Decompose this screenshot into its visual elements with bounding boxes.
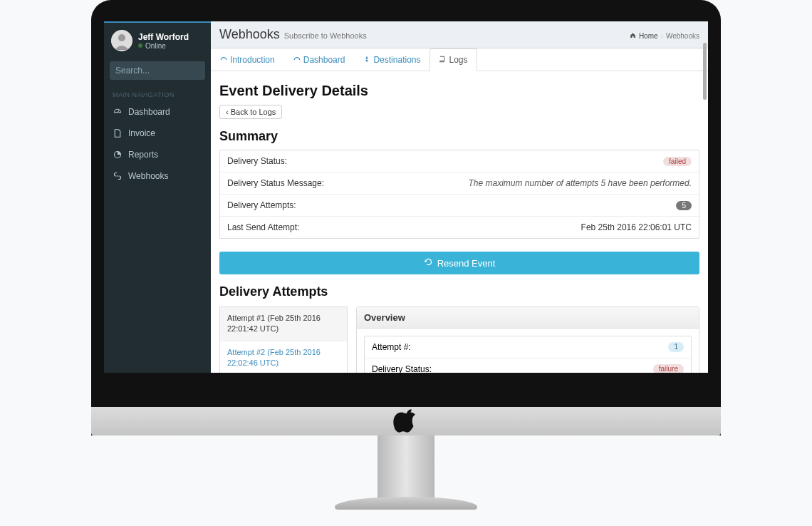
tachometer-icon [220, 55, 227, 65]
imac-stand [335, 435, 477, 510]
user-status: Online [138, 42, 189, 50]
sidebar-item-invoice[interactable]: Invoice [104, 123, 211, 144]
tab-logs[interactable]: Logs [430, 48, 477, 71]
stand-neck [378, 435, 434, 500]
attempt-num-badge: 1 [668, 342, 684, 352]
overview-panel: Overview Attempt #: 1 Delivery Status: f… [356, 306, 699, 373]
sidebar-item-label: Webhooks [128, 171, 168, 181]
summary-label: Delivery Status Message: [227, 178, 324, 188]
status-badge: failed [663, 157, 692, 166]
main: Webhooks Subscribe to Webhooks Home › We… [211, 21, 708, 373]
user-name: Jeff Worford [138, 32, 189, 42]
refresh-icon [424, 257, 433, 269]
sidebar-item-label: Reports [128, 150, 158, 160]
summary-row-attempts: Delivery Attempts: 5 [220, 195, 699, 217]
search-box[interactable] [110, 61, 205, 80]
tab-destinations[interactable]: Destinations [354, 48, 430, 71]
svg-point-1 [118, 34, 125, 41]
page-title: Webhooks [219, 27, 280, 42]
summary-value: The maximum number of attempts 5 have be… [469, 178, 692, 188]
resend-label: Resend Event [437, 258, 496, 269]
tab-label: Destinations [373, 55, 420, 65]
sidebar-item-webhooks[interactable]: Webhooks [104, 165, 211, 187]
breadcrumb: Home › Webhooks [630, 32, 699, 40]
resend-event-button[interactable]: Resend Event [219, 252, 699, 274]
tab-label: Introduction [230, 55, 275, 65]
stand-foot [335, 497, 477, 510]
content: Event Delivery Details ‹ Back to Logs Su… [211, 71, 708, 373]
page-subtitle: Subscribe to Webhooks [284, 31, 367, 40]
tachometer-icon [293, 55, 301, 65]
nav-header: MAIN NAVIGATION [104, 86, 211, 101]
overview-body: Attempt #: 1 Delivery Status: failure [357, 329, 699, 373]
summary-title: Summary [219, 129, 699, 144]
attempt-item[interactable]: Attempt #1 (Feb 25th 2016 22:01:42 UTC) [220, 307, 347, 341]
scrollbar-thumb[interactable] [703, 43, 707, 100]
dashboard-icon [113, 108, 123, 116]
user-block: Jeff Worford Online [104, 23, 211, 58]
sidebar-item-label: Invoice [128, 128, 155, 138]
attempts-title: Delivery Attempts [219, 284, 699, 299]
overview-title: Overview [357, 307, 699, 329]
attempts-wrap: Attempt #1 (Feb 25th 2016 22:01:42 UTC) … [219, 306, 699, 373]
summary-row-status: Delivery Status: failed [220, 150, 699, 172]
tab-label: Dashboard [303, 55, 345, 65]
avatar [111, 30, 132, 51]
breadcrumb-home[interactable]: Home [639, 32, 658, 40]
status-badge: failure [653, 364, 684, 373]
summary-label: Delivery Attempts: [227, 200, 296, 210]
tab-dashboard[interactable]: Dashboard [284, 48, 355, 71]
overview-label: Delivery Status: [372, 364, 432, 373]
screen: Jeff Worford Online MAIN NAVIGATION Dash… [104, 21, 708, 373]
attempts-list: Attempt #1 (Feb 25th 2016 22:01:42 UTC) … [219, 306, 348, 373]
destination-icon [363, 55, 370, 65]
chevron-left-icon: ‹ [226, 108, 229, 116]
tab-label: Logs [449, 55, 467, 65]
overview-table: Attempt #: 1 Delivery Status: failure [364, 336, 692, 373]
sidebar-item-dashboard[interactable]: Dashboard [104, 101, 211, 123]
back-label: Back to Logs [231, 108, 276, 116]
scrollbar-track[interactable] [701, 21, 708, 373]
sidebar-item-label: Dashboard [128, 107, 170, 117]
imac-frame: Jeff Worford Online MAIN NAVIGATION Dash… [91, 0, 721, 435]
overview-label: Attempt #: [372, 342, 411, 352]
apple-logo-icon [393, 407, 419, 435]
pie-icon [113, 150, 123, 159]
page-header: Webhooks Subscribe to Webhooks Home › We… [211, 21, 708, 48]
status-dot-icon [138, 43, 142, 48]
summary-label: Last Send Attempt: [227, 222, 299, 232]
search-input[interactable] [115, 66, 222, 76]
imac-chin [91, 407, 721, 435]
breadcrumb-current: Webhooks [666, 32, 699, 40]
summary-label: Delivery Status: [227, 156, 287, 166]
summary-row-message: Delivery Status Message: The maximum num… [220, 172, 699, 195]
home-icon [630, 32, 636, 40]
sidebar: Jeff Worford Online MAIN NAVIGATION Dash… [104, 21, 211, 373]
book-icon [439, 55, 446, 65]
breadcrumb-sep: › [661, 32, 663, 40]
user-status-text: Online [145, 42, 166, 50]
attempts-count-badge: 5 [676, 201, 692, 210]
attempt-item[interactable]: Attempt #2 (Feb 25th 2016 22:02:46 UTC) [220, 341, 347, 373]
summary-value: Feb 25th 2016 22:06:01 UTC [581, 222, 692, 232]
tabs: Introduction Dashboard Destinations Logs [211, 48, 708, 71]
overview-row-status: Delivery Status: failure [365, 359, 691, 373]
back-to-logs-button[interactable]: ‹ Back to Logs [219, 105, 282, 119]
section-title: Event Delivery Details [219, 83, 699, 99]
summary-table: Delivery Status: failed Delivery Status … [219, 150, 699, 239]
overview-row-num: Attempt #: 1 [365, 336, 691, 359]
link-icon [113, 172, 123, 180]
sidebar-item-reports[interactable]: Reports [104, 144, 211, 165]
summary-row-last: Last Send Attempt: Feb 25th 2016 22:06:0… [220, 217, 699, 238]
file-icon [113, 129, 123, 138]
tab-introduction[interactable]: Introduction [211, 48, 284, 71]
